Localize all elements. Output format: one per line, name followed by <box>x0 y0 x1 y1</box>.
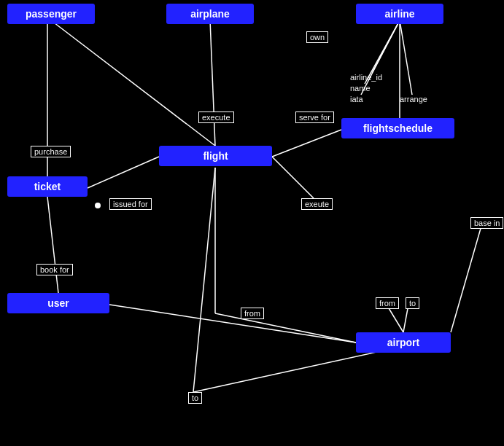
svg-line-11 <box>451 226 481 332</box>
dot-ticket <box>95 203 101 208</box>
entity-user[interactable]: user <box>7 293 109 313</box>
svg-line-15 <box>215 313 356 343</box>
entity-airport[interactable]: airport <box>356 332 451 353</box>
label-from2: from <box>376 297 399 309</box>
svg-line-6 <box>400 20 412 95</box>
diagram-lines <box>0 0 504 446</box>
svg-line-3 <box>372 20 400 73</box>
entity-passenger[interactable]: passenger <box>7 4 95 24</box>
label-to2: to <box>406 297 419 309</box>
svg-line-7 <box>272 130 341 157</box>
entity-airplane[interactable]: airplane <box>166 4 254 24</box>
label-serve-for: serve for <box>295 112 334 123</box>
svg-line-12 <box>47 197 58 293</box>
attr-airline-id: airline_id <box>350 73 382 82</box>
label-execute: execute <box>198 112 234 123</box>
svg-line-9 <box>88 157 159 188</box>
label-own: own <box>306 31 328 43</box>
svg-line-17 <box>193 346 403 392</box>
svg-line-16 <box>193 168 215 392</box>
entity-flightschedule[interactable]: flightschedule <box>341 118 454 138</box>
attr-name: name <box>350 84 371 93</box>
label-issued-for: issued for <box>109 198 152 210</box>
label-purchase: purchase <box>31 146 71 157</box>
label-base-in: base in <box>470 217 503 229</box>
label-exeute: exeute <box>301 198 333 210</box>
svg-line-13 <box>109 305 356 343</box>
label-from: from <box>241 308 264 319</box>
label-to: to <box>188 392 202 404</box>
entity-flight[interactable]: flight <box>159 146 272 166</box>
svg-line-10 <box>272 157 314 198</box>
svg-line-1 <box>210 20 215 146</box>
entity-ticket[interactable]: ticket <box>7 176 88 197</box>
attr-iata: iata <box>350 95 363 103</box>
entity-airline[interactable]: airline <box>356 4 443 24</box>
label-book-for: book for <box>36 264 73 275</box>
svg-line-0 <box>51 20 215 146</box>
attr-arrange: arrange <box>400 95 427 103</box>
